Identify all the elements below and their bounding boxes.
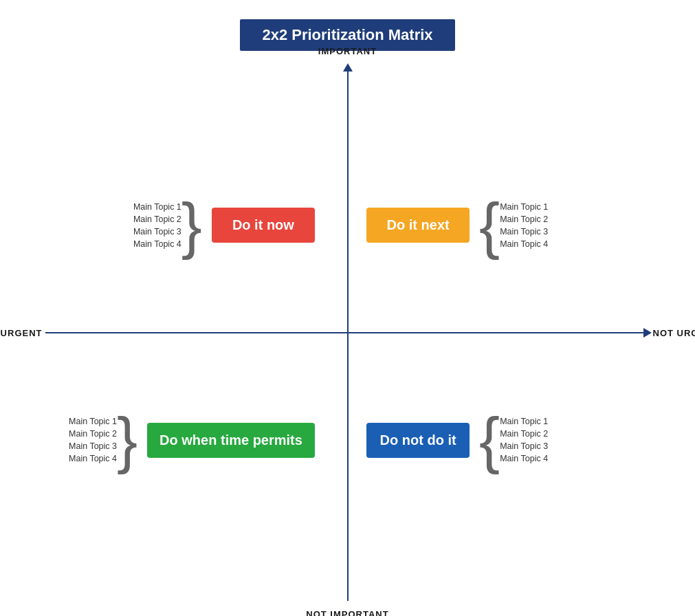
matrix-container: IMPORTANT NOT IMPORTANT URGENT NOT URGEN… [45,65,650,601]
list-item: Main Topic 2 [500,214,548,224]
list-item: Main Topic 3 [133,227,181,236]
list-item: Main Topic 2 [500,429,548,439]
quadrant-top-left: Main Topic 1 Main Topic 2 Main Topic 3 M… [57,107,335,343]
quadrant-top-right: Do it next { Main Topic 1 Main Topic 2 M… [360,107,638,343]
topics-left-bottom: Main Topic 1 Main Topic 2 Main Topic 3 M… [69,409,137,471]
do-not-do-it-button[interactable]: Do not do it [366,423,470,458]
list-item: Main Topic 1 [133,202,181,212]
topics-right-top: { Main Topic 1 Main Topic 2 Main Topic 3… [479,195,548,256]
list-item: Main Topic 1 [500,202,548,212]
list-item: Main Topic 4 [500,454,548,463]
brace-right-top-left: } [181,195,202,256]
brace-right-bottom-left: } [117,409,137,471]
do-it-next-button[interactable]: Do it next [366,208,470,243]
list-item: Main Topic 3 [69,441,117,451]
list-item: Main Topic 4 [500,239,548,249]
quadrant-bottom-left: Main Topic 1 Main Topic 2 Main Topic 3 M… [57,322,335,558]
quadrant-bottom-right: Do not do it { Main Topic 1 Main Topic 2… [360,322,638,558]
do-it-now-button[interactable]: Do it now [212,208,315,243]
topic-list-top-left: Main Topic 1 Main Topic 2 Main Topic 3 M… [133,202,181,249]
brace-left-bottom-right: { [479,409,500,471]
label-important: IMPORTANT [318,46,377,56]
list-item: Main Topic 4 [69,454,117,463]
topics-left-top: Main Topic 1 Main Topic 2 Main Topic 3 M… [133,195,202,256]
label-not-urgent: NOT URGENT [653,328,696,338]
list-item: Main Topic 4 [133,239,181,249]
vertical-axis [347,65,349,601]
list-item: Main Topic 3 [500,441,548,451]
label-not-important: NOT IMPORTANT [306,609,388,616]
topics-right-bottom: { Main Topic 1 Main Topic 2 Main Topic 3… [479,409,548,471]
list-item: Main Topic 1 [69,417,117,426]
list-item: Main Topic 1 [500,417,548,426]
brace-left-top-right: { [479,195,500,256]
do-when-time-permits-button[interactable]: Do when time permits [147,423,315,458]
topic-list-bottom-right: Main Topic 1 Main Topic 2 Main Topic 3 M… [500,417,548,463]
label-urgent: URGENT [1,328,43,338]
topic-list-bottom-left: Main Topic 1 Main Topic 2 Main Topic 3 M… [69,417,117,463]
list-item: Main Topic 2 [69,429,117,439]
list-item: Main Topic 2 [133,214,181,224]
topic-list-top-right: Main Topic 1 Main Topic 2 Main Topic 3 M… [500,202,548,249]
list-item: Main Topic 3 [500,227,548,236]
